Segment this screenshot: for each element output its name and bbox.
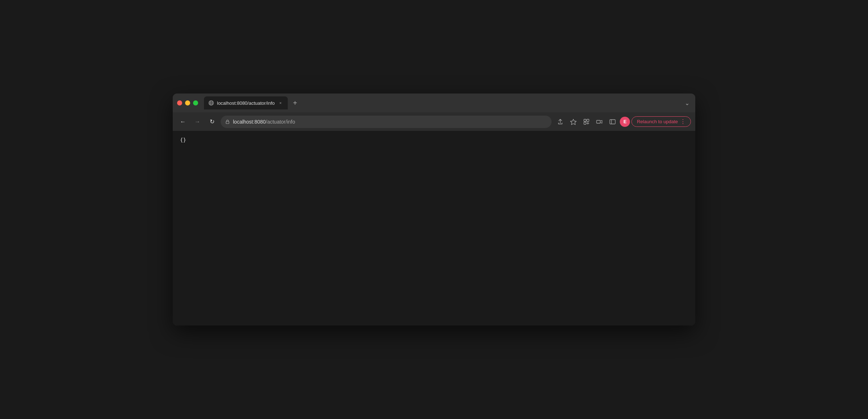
tab-close-button[interactable]: × bbox=[278, 100, 283, 106]
tabs-area: localhost:8080/actuator/info × + bbox=[204, 96, 441, 109]
json-display: {} bbox=[180, 137, 688, 143]
media-icon bbox=[596, 119, 603, 125]
lock-icon bbox=[225, 119, 230, 124]
svg-rect-10 bbox=[597, 120, 600, 123]
svg-rect-9 bbox=[584, 122, 586, 124]
svg-rect-5 bbox=[226, 121, 229, 124]
relaunch-dots-icon: ⋮ bbox=[680, 118, 685, 125]
globe-icon bbox=[208, 100, 214, 106]
page-content: {} bbox=[173, 131, 695, 325]
bookmark-icon bbox=[570, 119, 577, 125]
extensions-button[interactable] bbox=[581, 116, 592, 128]
address-bar[interactable]: localhost:8080/actuator/info bbox=[221, 116, 552, 128]
share-icon bbox=[557, 119, 564, 125]
toolbar-icons: E Relaunch to update ⋮ bbox=[554, 116, 691, 128]
reload-button[interactable]: ↻ bbox=[206, 116, 218, 128]
collapse-button[interactable]: ⌄ bbox=[683, 98, 691, 108]
svg-rect-7 bbox=[584, 119, 586, 121]
svg-rect-11 bbox=[610, 120, 615, 124]
back-button[interactable]: ← bbox=[177, 116, 189, 128]
forward-button[interactable]: → bbox=[192, 116, 203, 128]
traffic-lights bbox=[177, 100, 198, 105]
active-tab[interactable]: localhost:8080/actuator/info × bbox=[204, 96, 288, 109]
close-button[interactable] bbox=[177, 100, 182, 105]
sidebar-icon bbox=[609, 119, 616, 125]
title-bar: localhost:8080/actuator/info × + ⌄ bbox=[173, 94, 695, 112]
minimize-button[interactable] bbox=[185, 100, 190, 105]
nav-bar: ← → ↻ localhost:8080/actuator/info bbox=[173, 112, 695, 131]
address-host: localhost:8080 bbox=[233, 119, 266, 125]
new-tab-button[interactable]: + bbox=[289, 97, 301, 109]
relaunch-label: Relaunch to update bbox=[637, 119, 678, 124]
extensions-icon bbox=[583, 119, 590, 125]
profile-avatar[interactable]: E bbox=[620, 117, 630, 127]
address-text: localhost:8080/actuator/info bbox=[233, 119, 547, 125]
tab-title: localhost:8080/actuator/info bbox=[217, 100, 275, 106]
relaunch-button[interactable]: Relaunch to update ⋮ bbox=[631, 116, 691, 127]
browser-window: localhost:8080/actuator/info × + ⌄ ← → ↻… bbox=[173, 94, 695, 325]
maximize-button[interactable] bbox=[193, 100, 198, 105]
address-path: /actuator/info bbox=[266, 119, 295, 125]
share-button[interactable] bbox=[554, 116, 566, 128]
media-controls-button[interactable] bbox=[594, 116, 605, 128]
sidebar-button[interactable] bbox=[607, 116, 618, 128]
bookmark-button[interactable] bbox=[568, 116, 579, 128]
svg-marker-6 bbox=[570, 119, 576, 125]
svg-rect-8 bbox=[587, 119, 589, 121]
